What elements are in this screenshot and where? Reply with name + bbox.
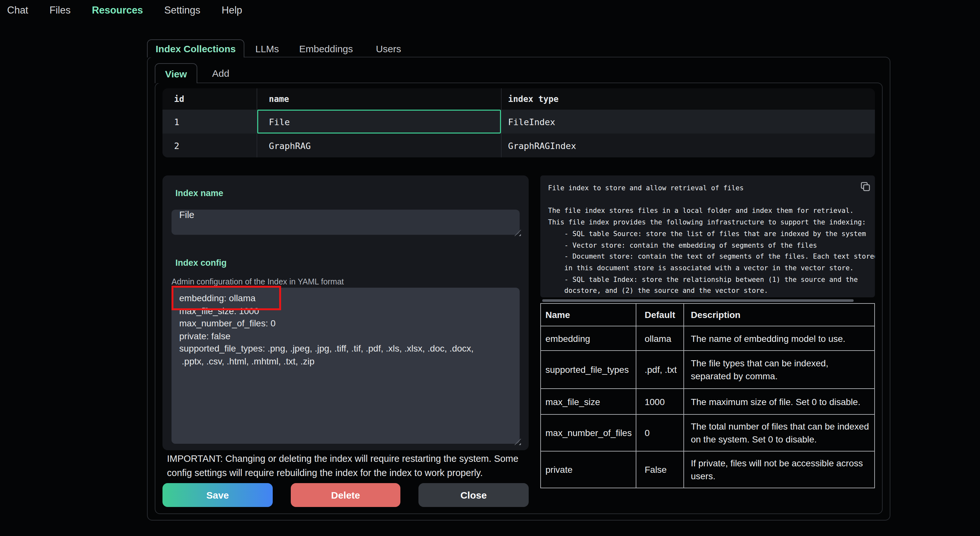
param-row: max_number_of_files 0 The total number o… bbox=[541, 415, 875, 451]
param-default: 0 bbox=[636, 415, 684, 451]
cell-id[interactable]: 1 bbox=[162, 110, 257, 134]
param-row: supported_file_types .pdf, .txt The file… bbox=[541, 351, 875, 389]
param-header-description: Description bbox=[684, 303, 875, 326]
param-name: max_file_size bbox=[541, 389, 636, 415]
cell-index-type[interactable]: GraphRAGIndex bbox=[501, 134, 875, 157]
delete-button[interactable]: Delete bbox=[291, 483, 400, 507]
top-nav: Chat Files Resources Settings Help bbox=[7, 3, 242, 18]
nav-files[interactable]: Files bbox=[49, 3, 71, 18]
param-default: False bbox=[636, 451, 684, 488]
close-button[interactable]: Close bbox=[418, 483, 529, 507]
collections-table: id name index type 1 File FileIndex 2 Gr… bbox=[162, 88, 875, 157]
nav-chat[interactable]: Chat bbox=[7, 3, 29, 18]
param-row: embedding ollama The name of embedding m… bbox=[541, 326, 875, 351]
nav-resources[interactable]: Resources bbox=[92, 3, 143, 18]
tab-llms[interactable]: LLMs bbox=[255, 43, 279, 54]
tab-view-label: View bbox=[165, 68, 187, 79]
collections-table-header: id name index type bbox=[162, 88, 875, 110]
tab-view[interactable]: View bbox=[155, 63, 197, 83]
params-table-header: Name Default Description bbox=[541, 303, 875, 326]
tab-index-collections-label: Index Collections bbox=[156, 43, 235, 54]
cell-name[interactable]: GraphRAG bbox=[257, 134, 501, 157]
param-default: ollama bbox=[636, 326, 684, 351]
column-header-id: id bbox=[162, 88, 257, 110]
index-name-label: Index name bbox=[175, 188, 223, 198]
tab-index-collections[interactable]: Index Collections bbox=[147, 39, 244, 57]
app-window: Chat Files Resources Settings Help Index… bbox=[0, 0, 980, 536]
param-description: The name of embedding model to use. bbox=[684, 326, 875, 351]
param-description: The file types that can be indexed, sepa… bbox=[684, 351, 875, 389]
index-name-input[interactable]: File bbox=[172, 210, 520, 235]
param-name: private bbox=[541, 451, 636, 488]
param-name: max_number_of_files bbox=[541, 415, 636, 451]
param-default: .pdf, .txt bbox=[636, 351, 684, 389]
index-docstring-box: File index to store and allow retrieval … bbox=[540, 175, 875, 297]
warning-text: IMPORTANT: Changing or deleting the inde… bbox=[167, 451, 528, 480]
column-header-name: name bbox=[257, 88, 501, 110]
cell-id[interactable]: 2 bbox=[162, 134, 257, 157]
table-row: 1 File FileIndex bbox=[162, 110, 875, 134]
param-description: The maximum size of file. Set 0 to disab… bbox=[684, 389, 875, 415]
tab-add[interactable]: Add bbox=[212, 68, 229, 79]
copy-icon[interactable] bbox=[861, 182, 870, 191]
param-header-name: Name bbox=[541, 303, 636, 326]
table-row: 2 GraphRAG GraphRAGIndex bbox=[162, 134, 875, 157]
params-table: Name Default Description embedding ollam… bbox=[540, 303, 875, 488]
param-default: 1000 bbox=[636, 389, 684, 415]
param-row: private False If private, files will not… bbox=[541, 451, 875, 488]
index-config-help: Admin configuration of the Index in YAML… bbox=[172, 278, 344, 286]
param-name: supported_file_types bbox=[541, 351, 636, 389]
param-description: If private, files will not be accessible… bbox=[684, 451, 875, 488]
index-docstring-text: File index to store and allow retrieval … bbox=[540, 175, 875, 297]
param-row: max_file_size 1000 The maximum size of f… bbox=[541, 389, 875, 415]
tab-users[interactable]: Users bbox=[376, 43, 401, 54]
tab-embeddings[interactable]: Embeddings bbox=[299, 43, 353, 54]
index-config-textarea[interactable]: embedding: ollama max_file_size: 1000 ma… bbox=[172, 288, 520, 444]
cell-name-selected[interactable]: File bbox=[257, 110, 501, 134]
param-description: The total number of files that can be in… bbox=[684, 415, 875, 451]
param-name: embedding bbox=[541, 326, 636, 351]
index-config-label: Index config bbox=[175, 258, 227, 268]
param-header-default: Default bbox=[636, 303, 684, 326]
horizontal-scrollbar[interactable] bbox=[542, 299, 854, 302]
cell-index-type[interactable]: FileIndex bbox=[501, 110, 875, 134]
nav-help[interactable]: Help bbox=[222, 3, 242, 18]
nav-settings[interactable]: Settings bbox=[164, 3, 200, 18]
column-header-index-type: index type bbox=[501, 88, 875, 110]
save-button[interactable]: Save bbox=[162, 483, 273, 507]
index-form-group: Index name File Index config Admin confi… bbox=[162, 175, 529, 450]
